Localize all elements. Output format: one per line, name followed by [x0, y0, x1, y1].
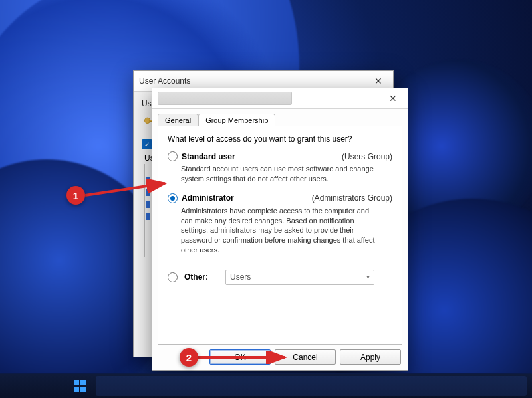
combo-value: Users — [230, 272, 251, 282]
chevron-down-icon: ▾ — [366, 273, 370, 280]
tab-general[interactable]: General — [158, 114, 198, 126]
option-standard[interactable]: Standard user (Users Group) Standard acc… — [168, 151, 392, 184]
cancel-button[interactable]: Cancel — [275, 349, 336, 365]
checkbox-icon[interactable]: ✓ — [142, 139, 152, 149]
taskbar-area[interactable] — [96, 376, 527, 396]
other-group-combo[interactable]: Users ▾ — [225, 270, 374, 285]
option-standard-group: (Users Group) — [342, 152, 392, 161]
option-standard-desc: Standard account users can use most soft… — [181, 164, 380, 184]
option-other[interactable]: Other: Users ▾ — [168, 270, 392, 285]
dialog-title-redacted — [158, 92, 292, 105]
svg-point-0 — [145, 118, 150, 123]
radio-other[interactable] — [168, 272, 178, 282]
radio-administrator[interactable] — [168, 193, 178, 203]
group-membership-dialog: ✕ General Group Membership What level of… — [152, 88, 408, 371]
list-item — [146, 213, 150, 220]
desktop: User Accounts ✕ User ✓ Us ✕ General Grou… — [0, 0, 532, 398]
access-question: What level of access do you want to gran… — [168, 134, 392, 144]
back-window-title: User Accounts — [139, 76, 190, 86]
option-admin-label: Administrator — [182, 193, 234, 203]
annotation-badge-1: 1 — [66, 186, 85, 205]
option-admin-group: (Administrators Group) — [312, 193, 392, 203]
ok-button[interactable]: OK — [209, 349, 271, 365]
dialog-button-row: OK Cancel Apply — [209, 349, 401, 365]
list-item — [146, 189, 150, 196]
tab-page: What level of access do you want to gran… — [158, 126, 402, 345]
apply-button[interactable]: Apply — [340, 349, 401, 365]
dialog-titlebar[interactable]: ✕ — [152, 88, 408, 109]
annotation-badge-2: 2 — [180, 348, 198, 367]
list-item — [146, 177, 150, 184]
start-button[interactable] — [66, 374, 93, 398]
option-admin-desc: Administrators have complete access to t… — [181, 206, 380, 255]
tab-strip: General Group Membership — [152, 109, 408, 126]
tab-group-membership[interactable]: Group Membership — [198, 114, 275, 126]
option-administrator[interactable]: Administrator (Administrators Group) Adm… — [168, 193, 392, 255]
windows-logo-icon — [74, 380, 86, 392]
close-icon[interactable]: ✕ — [380, 89, 406, 108]
option-other-label: Other: — [184, 272, 208, 282]
taskbar[interactable] — [0, 373, 532, 398]
radio-standard[interactable] — [168, 151, 178, 161]
list-item — [146, 201, 150, 208]
option-standard-label: Standard user — [182, 152, 235, 161]
